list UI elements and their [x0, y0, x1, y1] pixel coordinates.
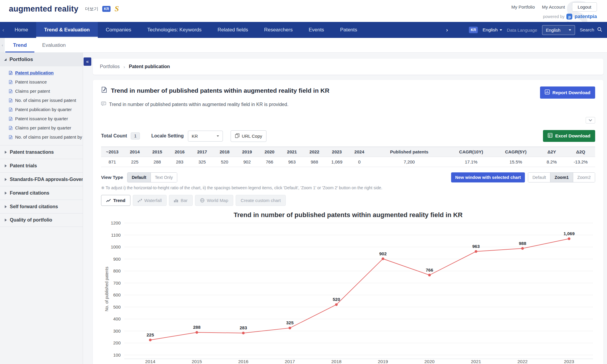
sidebar-item-patent-issuance[interactable]: Patent issuance: [0, 77, 83, 86]
sidebar-section-quality-of-portfolio[interactable]: Quality of portfolio: [0, 213, 83, 227]
sidebar-item-label: Patent publication: [15, 70, 54, 75]
country-badge: KR: [102, 6, 110, 12]
table-header-row: ~201320142015201620172018201920202021202…: [101, 147, 595, 157]
excel-download-button[interactable]: Excel Download: [543, 130, 595, 142]
locale-select[interactable]: KR: [188, 131, 223, 142]
logout-button[interactable]: Logout: [572, 2, 597, 12]
chart-tab-bar[interactable]: Bar: [169, 195, 192, 206]
comment-icon: [101, 102, 106, 108]
url-copy-button[interactable]: URL Copy: [231, 130, 267, 142]
view-type-label: View Type: [101, 175, 123, 180]
subtab-scroll-left-icon[interactable]: ‹: [0, 38, 5, 52]
svg-text:283: 283: [239, 325, 247, 330]
summary-table: ~201320142015201620172018201920202021202…: [101, 147, 595, 167]
chart-tab-trend[interactable]: Trend: [101, 195, 130, 206]
zoom-zoom1-button[interactable]: Zoom1: [550, 173, 573, 182]
my-account-link[interactable]: My Account: [542, 4, 565, 9]
sidebar-collapse-button[interactable]: «: [84, 57, 91, 66]
chart-tab-world-map[interactable]: World Map: [195, 195, 233, 206]
nav-item-companies[interactable]: Companies: [98, 22, 139, 38]
sub-tabs: ‹ TrendEvaluation: [0, 38, 607, 53]
nav-item-events[interactable]: Events: [301, 22, 332, 38]
sidebar-section-patent-transactions[interactable]: Patent transactions: [0, 145, 83, 159]
sidebar-section-label: Patent trials: [10, 163, 37, 169]
data-language-select[interactable]: English: [542, 25, 575, 35]
nav-item-home[interactable]: Home: [7, 22, 36, 38]
zoom-default-button[interactable]: Default: [528, 173, 550, 182]
svg-text:900: 900: [113, 256, 121, 262]
sidebar-section-standards-fda-approvals-govern[interactable]: Standards-FDA approvals-Govern…: [0, 172, 83, 186]
more-link[interactable]: 더보기: [85, 6, 98, 12]
sidebar-item-label: Claims per patent by quarter: [15, 125, 71, 130]
tab-evaluation[interactable]: Evaluation: [34, 38, 73, 52]
table-value-cell: 283: [168, 157, 191, 167]
nav-scroll-left-icon[interactable]: ‹: [0, 22, 7, 38]
svg-text:325: 325: [286, 320, 293, 325]
view-type-text-only-button[interactable]: Text Only: [151, 173, 177, 182]
svg-text:2016: 2016: [238, 359, 248, 364]
chart-tab-waterfall[interactable]: Waterfall: [133, 195, 167, 206]
nav-item-patents[interactable]: Patents: [332, 22, 365, 38]
nav-item-trend-evaluation[interactable]: Trend & Evaluation: [36, 22, 98, 38]
page-title: Trend in number of published patents wit…: [111, 87, 329, 94]
collapsed-triangle-icon: [5, 178, 7, 181]
search-control[interactable]: Search: [580, 27, 602, 33]
nav-scroll-right-icon[interactable]: ›: [446, 22, 448, 38]
sidebar-item-patent-issuance-by-quarter[interactable]: Patent issuance by quarter: [0, 114, 83, 123]
sidebar-item-claims-per-patent-by-quarter[interactable]: Claims per patent by quarter: [0, 123, 83, 132]
sidebar-section-forward-citations[interactable]: Forward citations: [0, 186, 83, 200]
svg-text:988: 988: [519, 241, 526, 246]
sidebar-item-label: Patent issuance: [15, 79, 47, 84]
sidebar-item-claims-per-patent[interactable]: Claims per patent: [0, 86, 83, 96]
sidebar-item-patent-publication-by-quarter[interactable]: Patent publication by quarter: [0, 105, 83, 114]
sidebar-section-label: Forward citations: [10, 190, 49, 196]
url-copy-label: URL Copy: [242, 134, 262, 139]
sidebar-item-no-of-claims-per-issued-patent[interactable]: No. of claims per issued patent: [0, 96, 83, 105]
page-title-row: Trend in number of published patents wit…: [101, 86, 329, 94]
table-row: 8712252882833255209027669639881,06907,20…: [101, 157, 595, 167]
sidebar: Portfolios Patent publicationPatent issu…: [0, 53, 83, 364]
total-count-label: Total Count: [101, 133, 127, 139]
my-portfolio-link[interactable]: My Portfolio: [511, 4, 535, 9]
breadcrumb-parent[interactable]: Portfolios: [100, 64, 120, 69]
excel-download-label: Excel Download: [555, 133, 590, 139]
collapsed-triangle-icon: [5, 205, 7, 208]
new-window-button[interactable]: New window with selected chart: [451, 172, 525, 182]
section-collapse-button[interactable]: [586, 117, 595, 124]
table-header-cell: 2016: [168, 147, 191, 157]
nav-item-related-fields[interactable]: Related fields: [210, 22, 256, 38]
table-header-cell: 2021: [281, 147, 303, 157]
chart-tab-label: Waterfall: [144, 198, 162, 203]
sidebar-section-portfolios[interactable]: Portfolios: [0, 53, 83, 66]
portfolio-items: Patent publicationPatent issuanceClaims …: [0, 68, 83, 142]
document-chart-icon: [9, 71, 12, 75]
sidebar-item-patent-publication[interactable]: Patent publication: [0, 68, 83, 77]
ui-language-dropdown[interactable]: English: [483, 27, 502, 33]
sidebar-section-self-forward-citations[interactable]: Self forward citations: [0, 200, 83, 213]
nav-country-badge: KR: [469, 27, 478, 33]
table-value-cell: 902: [236, 157, 258, 167]
nav-item-technologies-keywords[interactable]: Technologies: Keywords: [139, 22, 210, 38]
nav-item-researchers[interactable]: Researchers: [256, 22, 301, 38]
table-value-cell: 520: [213, 157, 236, 167]
brand-name[interactable]: patentpia: [574, 14, 597, 20]
copy-icon: [235, 133, 239, 139]
grade-badge: S: [115, 4, 119, 13]
report-download-button[interactable]: Report Download: [540, 86, 595, 99]
view-type-default-button[interactable]: Default: [127, 173, 150, 182]
zoom-zoom2-button[interactable]: Zoom2: [573, 173, 595, 182]
chart-tabs: TrendWaterfallBarWorld MapCreate custom …: [101, 195, 595, 206]
chart-tab-create-custom-chart[interactable]: Create custom chart: [236, 195, 286, 206]
search-icon[interactable]: [597, 27, 602, 33]
chart-title: Trend in number of published patents wit…: [101, 211, 595, 219]
sidebar-section-label: Standards-FDA approvals-Govern…: [10, 177, 83, 182]
sidebar-item-no-of-claims-per-issued-patent-by-qua[interactable]: No. of claims per issued patent by qua…: [0, 132, 83, 142]
description-row: Trend in number of published patents wit…: [101, 102, 595, 108]
collapsed-triangle-icon: [5, 151, 7, 154]
tab-trend[interactable]: Trend: [5, 38, 34, 52]
document-chart-icon: [9, 108, 12, 112]
svg-text:100: 100: [113, 352, 121, 357]
sidebar-section-patent-trials[interactable]: Patent trials: [0, 159, 83, 172]
sidebar-section-label: Patent transactions: [10, 150, 54, 155]
expanded-triangle-icon: [4, 58, 7, 61]
